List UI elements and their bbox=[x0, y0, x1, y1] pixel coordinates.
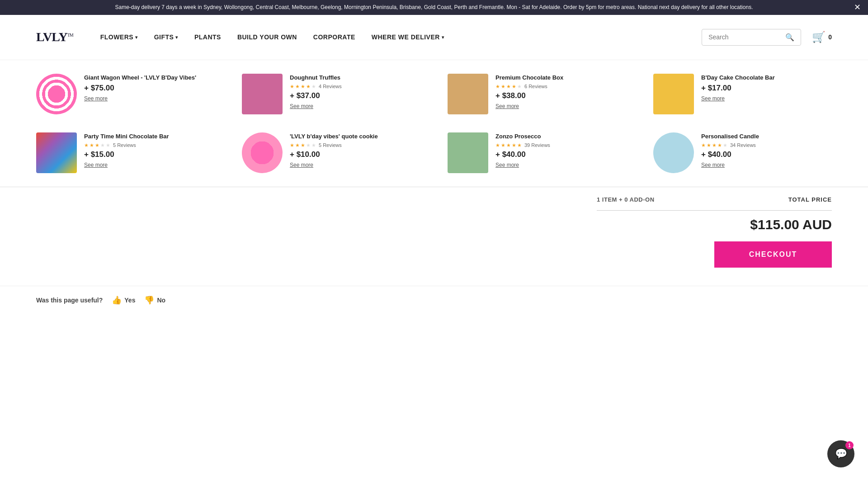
see-more-link[interactable]: See more bbox=[495, 162, 519, 168]
star-filled-icon: ★ bbox=[506, 142, 511, 148]
chevron-down-icon: ▾ bbox=[175, 35, 178, 40]
star-empty-icon: ★ bbox=[100, 142, 105, 148]
star-filled-icon: ★ bbox=[306, 84, 311, 90]
product-item-zonzo-prosecco: Zonzo Prosecco ★★★★★39 Reviews + $40.00 … bbox=[448, 132, 626, 173]
product-price: + $10.00 bbox=[290, 150, 420, 159]
search-icon: 🔍 bbox=[785, 33, 794, 42]
star-filled-icon: ★ bbox=[301, 142, 305, 148]
chevron-down-icon: ▾ bbox=[135, 35, 138, 40]
product-name: B'Day Cake Chocolate Bar bbox=[701, 74, 832, 82]
product-info: Zonzo Prosecco ★★★★★39 Reviews + $40.00 … bbox=[495, 132, 626, 168]
product-image bbox=[36, 74, 77, 114]
product-item-bday-cake-choc-bar: B'Day Cake Chocolate Bar + $17.00 See mo… bbox=[653, 74, 832, 114]
product-image bbox=[448, 132, 488, 173]
product-name: 'LVLY b'day vibes' quote cookie bbox=[290, 132, 420, 141]
product-price: + $17.00 bbox=[701, 84, 832, 93]
product-price: + $37.00 bbox=[290, 91, 420, 100]
review-count: 5 Reviews bbox=[319, 142, 342, 148]
logo[interactable]: LVLYTM bbox=[36, 30, 73, 44]
order-summary-header-row: 1 ITEM + 0 ADD-ON TOTAL PRICE bbox=[597, 196, 832, 203]
product-grid: Giant Wagon Wheel - 'LVLY B'Day Vibes' +… bbox=[36, 74, 832, 173]
product-item-wagon-wheel: Giant Wagon Wheel - 'LVLY B'Day Vibes' +… bbox=[36, 74, 215, 114]
search-input[interactable] bbox=[708, 33, 783, 41]
product-item-premium-choc-box: Premium Chocolate Box ★★★★★6 Reviews + $… bbox=[448, 74, 626, 114]
nav-plants[interactable]: PLANTS bbox=[194, 33, 221, 41]
product-image bbox=[36, 132, 77, 173]
checkout-button[interactable]: CHECKOUT bbox=[714, 241, 832, 268]
see-more-link[interactable]: See more bbox=[84, 95, 108, 102]
thumbs-up-button[interactable]: 👍 Yes bbox=[112, 295, 135, 305]
item-count-label: 1 ITEM + 0 ADD-ON bbox=[597, 196, 655, 203]
star-filled-icon: ★ bbox=[701, 142, 706, 148]
review-count: 6 Reviews bbox=[524, 84, 547, 89]
announcement-bar: Same-day delivery 7 days a week in Sydne… bbox=[0, 0, 868, 15]
useful-question: Was this page useful? bbox=[36, 297, 103, 304]
star-filled-icon: ★ bbox=[712, 142, 717, 148]
main-content: Giant Wagon Wheel - 'LVLY B'Day Vibes' +… bbox=[0, 60, 868, 173]
section-divider bbox=[0, 187, 868, 187]
product-price: + $38.00 bbox=[495, 91, 626, 100]
review-count: 39 Reviews bbox=[524, 142, 550, 148]
footer-useful-bar: Was this page useful? 👍 Yes 👎 No bbox=[0, 286, 868, 314]
see-more-link[interactable]: See more bbox=[495, 103, 519, 109]
star-filled-icon: ★ bbox=[707, 142, 711, 148]
star-rating: ★★★★★4 Reviews bbox=[290, 84, 420, 90]
star-rating: ★★★★★39 Reviews bbox=[495, 142, 626, 148]
product-name: Personalised Candle bbox=[701, 132, 832, 141]
search-box[interactable]: 🔍 bbox=[702, 29, 801, 46]
see-more-link[interactable]: See more bbox=[701, 95, 725, 102]
product-info: 'LVLY b'day vibes' quote cookie ★★★★★5 R… bbox=[290, 132, 420, 168]
star-empty-icon: ★ bbox=[106, 142, 110, 148]
product-price: + $15.00 bbox=[84, 150, 215, 159]
nav-flowers[interactable]: FLOWERS ▾ bbox=[100, 33, 138, 41]
product-info: Giant Wagon Wheel - 'LVLY B'Day Vibes' +… bbox=[84, 74, 215, 102]
order-summary: 1 ITEM + 0 ADD-ON TOTAL PRICE $115.00 AU… bbox=[0, 196, 868, 286]
product-image bbox=[653, 74, 694, 114]
product-item-party-time-mini-choc: Party Time Mini Chocolate Bar ★★★★★5 Rev… bbox=[36, 132, 215, 173]
product-price: + $40.00 bbox=[701, 150, 832, 159]
star-rating: ★★★★★6 Reviews bbox=[495, 84, 626, 90]
total-price-label: TOTAL PRICE bbox=[788, 196, 832, 203]
star-filled-icon: ★ bbox=[517, 142, 522, 148]
nav-gifts[interactable]: GIFTS ▾ bbox=[154, 33, 178, 41]
see-more-link[interactable]: See more bbox=[701, 162, 725, 168]
product-info: B'Day Cake Chocolate Bar + $17.00 See mo… bbox=[701, 74, 832, 102]
star-filled-icon: ★ bbox=[717, 142, 722, 148]
product-name: Premium Chocolate Box bbox=[495, 74, 626, 82]
star-filled-icon: ★ bbox=[501, 84, 505, 90]
star-filled-icon: ★ bbox=[84, 142, 89, 148]
star-filled-icon: ★ bbox=[301, 84, 305, 90]
product-image bbox=[448, 74, 488, 114]
nav-build-your-own[interactable]: BUILD YOUR OWN bbox=[237, 33, 297, 41]
star-filled-icon: ★ bbox=[512, 142, 516, 148]
thumbs-up-icon: 👍 bbox=[112, 295, 122, 305]
announcement-text: Same-day delivery 7 days a week in Sydne… bbox=[115, 4, 753, 10]
star-filled-icon: ★ bbox=[295, 84, 300, 90]
review-count: 5 Reviews bbox=[113, 142, 136, 148]
product-name: Zonzo Prosecco bbox=[495, 132, 626, 141]
see-more-link[interactable]: See more bbox=[290, 103, 313, 109]
main-nav: FLOWERS ▾ GIFTS ▾ PLANTS BUILD YOUR OWN … bbox=[100, 33, 702, 41]
announcement-close-button[interactable]: ✕ bbox=[854, 2, 861, 12]
cart-count: 0 bbox=[828, 33, 832, 41]
see-more-link[interactable]: See more bbox=[290, 162, 313, 168]
star-empty-icon: ★ bbox=[306, 142, 311, 148]
thumbs-down-icon: 👎 bbox=[144, 295, 154, 305]
cart-button[interactable]: 🛒 0 bbox=[812, 31, 832, 43]
product-price: + $75.00 bbox=[84, 84, 215, 93]
product-image bbox=[242, 74, 283, 114]
nav-corporate[interactable]: CORPORATE bbox=[313, 33, 355, 41]
product-item-doughnut-truffles: Doughnut Truffles ★★★★★4 Reviews + $37.0… bbox=[242, 74, 420, 114]
star-filled-icon: ★ bbox=[295, 142, 300, 148]
header: LVLYTM FLOWERS ▾ GIFTS ▾ PLANTS BUILD YO… bbox=[0, 15, 868, 60]
nav-where-we-deliver[interactable]: WHERE WE DELIVER ▾ bbox=[372, 33, 444, 41]
product-name: Giant Wagon Wheel - 'LVLY B'Day Vibes' bbox=[84, 74, 215, 82]
product-info: Party Time Mini Chocolate Bar ★★★★★5 Rev… bbox=[84, 132, 215, 168]
star-filled-icon: ★ bbox=[290, 142, 294, 148]
product-info: Doughnut Truffles ★★★★★4 Reviews + $37.0… bbox=[290, 74, 420, 109]
star-filled-icon: ★ bbox=[506, 84, 511, 90]
review-count: 4 Reviews bbox=[319, 84, 342, 89]
thumbs-down-button[interactable]: 👎 No bbox=[144, 295, 165, 305]
see-more-link[interactable]: See more bbox=[84, 162, 108, 168]
star-empty-icon: ★ bbox=[723, 142, 727, 148]
